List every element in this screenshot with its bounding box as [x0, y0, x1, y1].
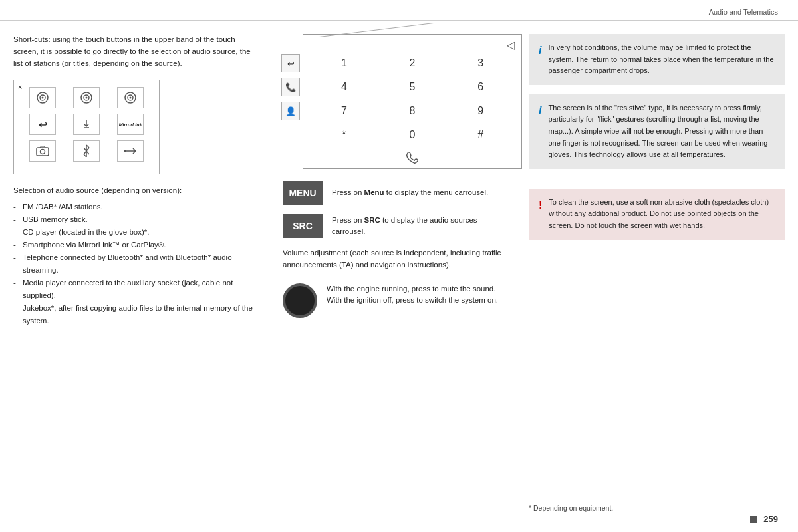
header-title: Audio and Telematics [709, 8, 778, 16]
numpad-wrapper: ↩ 📞 👤 ◁ 1 2 3 4 5 6 7 [303, 34, 529, 169]
numpad-1[interactable]: 1 [310, 51, 378, 75]
page-square-icon [750, 516, 757, 523]
numpad-6[interactable]: 6 [446, 75, 515, 99]
numpad-side-icons: ↩ 📞 👤 [281, 54, 300, 120]
svg-point-10 [41, 150, 45, 154]
touch-row-1 [21, 87, 152, 108]
list-item: Jukebox*, after first copying audio file… [13, 302, 259, 327]
touch-icon-back: ↩ [29, 114, 56, 135]
mute-description: With the engine running, press to mute t… [327, 283, 498, 307]
menu-btn-row: MENU Press on Menu to display the menu c… [283, 181, 509, 205]
numpad-hash[interactable]: # [446, 123, 515, 147]
side-icon-phone: 📞 [281, 78, 300, 96]
left-column: Short-cuts: using the touch buttons in t… [13, 34, 273, 519]
numpad-box: ◁ 1 2 3 4 5 6 7 8 9 * 0 # [303, 34, 522, 169]
mute-button[interactable] [283, 283, 317, 318]
footnote: * Depending on equipment. [529, 504, 613, 512]
list-item: Smartphone via MirrorLink™ or CarPlay®. [13, 239, 259, 251]
info-box-1: i In very hot conditions, the volume may… [529, 34, 785, 85]
info-text-1: In very hot conditions, the volume may b… [548, 42, 775, 77]
numpad-3[interactable]: 3 [446, 51, 515, 75]
svg-point-2 [42, 97, 44, 99]
mid-column: ↩ 📞 👤 ◁ 1 2 3 4 5 6 7 [273, 34, 519, 519]
info-text-2: The screen is of the "resistive" type, i… [548, 102, 775, 161]
numpad-9[interactable]: 9 [446, 99, 515, 123]
touch-icon-mirrorlink: MirrorLink [117, 114, 144, 135]
close-icon: × [18, 83, 22, 91]
menu-button[interactable]: MENU [283, 181, 323, 205]
touch-icon-usb [73, 114, 100, 135]
right-column: i In very hot conditions, the volume may… [519, 34, 785, 519]
warning-box-1: ! To clean the screen, use a soft non-ab… [529, 189, 785, 240]
info-icon-2: i [539, 102, 541, 161]
touch-panel: × ↩ MirrorLink [13, 80, 160, 174]
page-footer: 259 [750, 514, 778, 524]
list-item: Media player connected to the auxiliary … [13, 277, 259, 302]
phone-icon [303, 151, 521, 168]
numpad-2[interactable]: 2 [378, 51, 447, 75]
page-header: Audio and Telematics [0, 0, 798, 21]
backspace-icon: ◁ [507, 39, 515, 51]
list-item: USB memory stick. [13, 213, 259, 226]
volume-text: Volume adjustment (each source is indepe… [283, 247, 509, 271]
list-item: Telephone connected by Bluetooth* and wi… [13, 251, 259, 277]
touch-icon-cam [29, 140, 56, 162]
warn-icon-1: ! [539, 197, 542, 232]
src-description: Press on SRC to display the audio source… [332, 215, 509, 238]
touch-icon-music [73, 87, 100, 108]
svg-point-5 [86, 97, 88, 99]
info-icon-1: i [539, 42, 541, 77]
selection-title: Selection of audio source (depending on … [13, 185, 259, 197]
list-item: CD player (located in the glove box)*. [13, 226, 259, 239]
src-button[interactable]: SRC [283, 214, 323, 238]
touch-row-3 [21, 140, 152, 162]
touch-icon-nav [117, 87, 144, 108]
numpad-7[interactable]: 7 [310, 99, 378, 123]
numpad-grid: 1 2 3 4 5 6 7 8 9 * 0 # [303, 51, 521, 151]
numpad-4[interactable]: 4 [310, 75, 378, 99]
selection-list: FM /DAB* /AM stations. USB memory stick.… [13, 201, 259, 327]
diagonal-graphic [317, 23, 450, 37]
numpad-5[interactable]: 5 [378, 75, 447, 99]
numpad-0[interactable]: 0 [378, 123, 447, 147]
side-icon-contact: 👤 [281, 102, 300, 120]
touch-row-2: ↩ MirrorLink [21, 114, 152, 135]
menu-description: Press on Menu to display the menu carrou… [332, 187, 488, 198]
touch-icon-radio [29, 87, 56, 108]
touch-icon-bluetooth [73, 140, 100, 162]
svg-line-11 [317, 23, 436, 37]
numpad-8[interactable]: 8 [378, 99, 447, 123]
warn-text-1: To clean the screen, use a soft non-abra… [549, 197, 775, 232]
side-icon-arrow: ↩ [281, 54, 300, 72]
info-box-2: i The screen is of the "resistive" type,… [529, 94, 785, 169]
svg-point-8 [130, 97, 132, 99]
numpad-star[interactable]: * [310, 123, 378, 147]
src-btn-row: SRC Press on SRC to display the audio so… [283, 214, 509, 238]
touch-icon-aux [117, 140, 144, 162]
list-item: FM /DAB* /AM stations. [13, 201, 259, 213]
shortcut-text: Short-cuts: using the touch buttons in t… [13, 34, 259, 69]
mute-row: With the engine running, press to mute t… [283, 283, 509, 318]
page-number: 259 [763, 514, 778, 524]
